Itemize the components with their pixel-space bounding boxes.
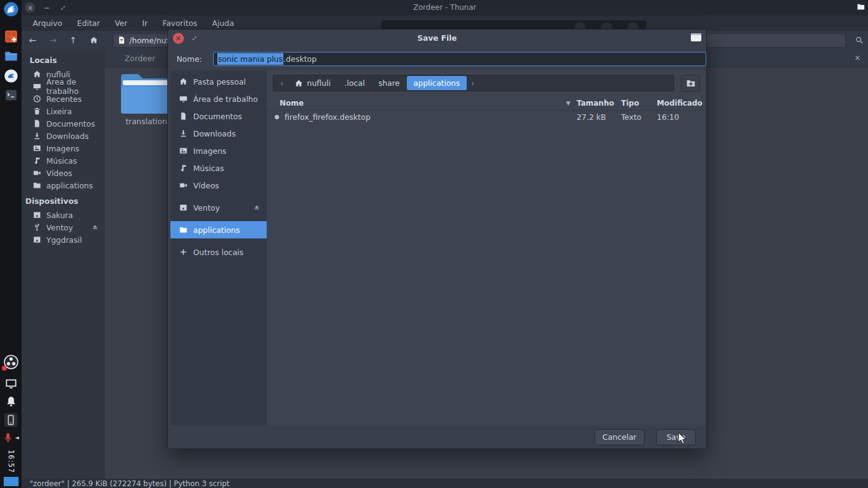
obs-icon[interactable] xyxy=(3,354,19,372)
window-title: Zordeer - Thunar xyxy=(22,3,868,12)
column-nome[interactable]: Nome xyxy=(280,99,304,107)
sidebar-item-ventoy[interactable]: Ventoy xyxy=(22,221,105,233)
home-icon xyxy=(179,77,188,86)
terminal-icon[interactable] xyxy=(4,89,18,101)
phone-icon[interactable] xyxy=(4,413,17,427)
image-icon xyxy=(33,144,41,153)
trash-icon xyxy=(33,107,41,116)
sort-descending-icon[interactable]: ▼ xyxy=(566,100,570,106)
dialog-sidebar-pasta-pessoal[interactable]: Pasta pessoal xyxy=(170,73,267,90)
game-app-icon[interactable] xyxy=(4,69,19,83)
file-row-firefox[interactable]: firefox_firefox.desktop 27.2 kB Texto 16… xyxy=(267,111,705,124)
dialog-maximize-button[interactable] xyxy=(691,33,701,41)
notes-app-icon[interactable] xyxy=(4,30,18,43)
workspace-indicator[interactable] xyxy=(4,477,19,486)
notifications-bell-icon[interactable] xyxy=(5,395,17,408)
file-name: firefox_firefox.desktop xyxy=(285,112,370,122)
sidebar-item-downloads[interactable]: Downloads xyxy=(22,130,105,142)
drive-icon xyxy=(33,235,41,244)
download-icon xyxy=(33,132,41,140)
dialog-sidebar-imagens[interactable]: Imagens xyxy=(170,142,267,159)
thunar-titlebar: Zordeer - Thunar xyxy=(22,0,868,15)
music-icon xyxy=(179,164,188,172)
folder-icon xyxy=(33,181,41,190)
home-button[interactable] xyxy=(85,33,103,48)
dialog-sidebar-area-de-trabalho[interactable]: Área de trabalho xyxy=(170,90,267,107)
up-button[interactable]: ↑ xyxy=(64,33,83,48)
dialog-sidebar-ventoy[interactable]: Ventoy xyxy=(170,199,267,216)
filename-row: Nome: sonic mania plus.desktop xyxy=(168,48,706,69)
sidebar-item-sakura[interactable]: Sakura xyxy=(22,209,105,221)
search-icon[interactable] xyxy=(851,33,868,48)
sidebar-item-yggdrasil[interactable]: Yggdrasil xyxy=(22,233,105,246)
document-icon xyxy=(179,112,188,120)
tab-zordeer[interactable]: Zordeer xyxy=(125,54,156,63)
microphone-muted-icon[interactable]: ◄ xyxy=(2,427,19,444)
video-icon xyxy=(33,169,41,177)
eject-icon[interactable] xyxy=(91,224,99,231)
file-modified: 16:10 xyxy=(657,112,705,122)
list-header: Nome ▼ Tamanho Tipo Modificado xyxy=(267,96,705,111)
folder-tray-icon[interactable] xyxy=(856,2,866,11)
breadcrumb-share[interactable]: share xyxy=(372,76,407,90)
sidebar-item-area-de-trabalho[interactable]: Área de trabalho xyxy=(22,80,105,93)
sidebar-item-musicas[interactable]: Músicas xyxy=(22,154,105,167)
dialog-sidebar-musicas[interactable]: Músicas xyxy=(170,159,267,177)
dialog-sidebar-applications[interactable]: applications xyxy=(170,221,267,238)
column-tamanho[interactable]: Tamanho xyxy=(577,99,621,107)
dialog-sidebar-videos[interactable]: Vídeos xyxy=(170,177,267,194)
tab-close-icon[interactable]: ✕ xyxy=(854,54,861,62)
places-sidebar: Locais nufluli Área de trabalho Recentes… xyxy=(22,49,105,479)
folder-icon xyxy=(179,225,188,234)
places-header: Locais xyxy=(22,53,105,68)
sidebar-item-applications[interactable]: applications xyxy=(22,179,105,191)
menu-arquivo[interactable]: Arquivo xyxy=(26,17,69,30)
filename-input[interactable]: sonic mania plus.desktop xyxy=(213,52,706,66)
menu-ir[interactable]: Ir xyxy=(135,17,154,30)
image-icon xyxy=(179,146,188,155)
sidebar-item-imagens[interactable]: Imagens xyxy=(22,142,105,154)
screen-share-icon[interactable] xyxy=(4,377,18,390)
chevron-left-icon[interactable]: ‹ xyxy=(276,78,288,88)
filename-suffix: .desktop xyxy=(283,54,317,64)
dialog-footer: Cancelar Save xyxy=(168,426,706,448)
chevron-right-icon[interactable]: › xyxy=(467,78,478,88)
home-icon xyxy=(33,70,41,78)
recording-indicator xyxy=(2,366,7,371)
column-modificado[interactable]: Modificado xyxy=(657,99,705,107)
usb-icon xyxy=(33,223,41,232)
filename-selected-text: sonic mania plus xyxy=(217,53,283,65)
translation-folder-icon xyxy=(120,73,173,114)
dialog-titlebar: Save File xyxy=(168,30,706,47)
column-tipo[interactable]: Tipo xyxy=(621,99,657,107)
files-app-icon[interactable] xyxy=(4,49,19,63)
menu-ver[interactable]: Ver xyxy=(108,17,134,30)
dialog-sidebar-outros-locais[interactable]: Outros locais xyxy=(170,243,267,261)
menu-editar[interactable]: Editar xyxy=(70,17,107,30)
bird-app-icon[interactable] xyxy=(3,1,19,17)
devices-header: Dispositivos xyxy=(22,191,105,209)
sidebar-item-videos[interactable]: Vídeos xyxy=(22,167,105,179)
cancel-button[interactable]: Cancelar xyxy=(595,429,645,445)
dialog-sidebar-documentos[interactable]: Documentos xyxy=(170,107,267,125)
menu-ajuda[interactable]: Ajuda xyxy=(206,17,241,30)
filename-label: Nome: xyxy=(177,54,205,64)
dialog-sidebar-downloads[interactable]: Downloads xyxy=(170,125,267,142)
sidebar-item-lixeira[interactable]: Lixeira xyxy=(22,105,105,117)
breadcrumb: ‹ nufluli .local share applications › xyxy=(273,75,700,91)
breadcrumb-nufluli[interactable]: nufluli xyxy=(288,76,338,90)
dialog-body: Pasta pessoal Área de trabalho Documento… xyxy=(170,70,705,426)
dock-clock: 16:57 xyxy=(7,450,15,473)
back-button[interactable]: ← xyxy=(23,33,42,48)
eject-icon[interactable] xyxy=(253,204,261,211)
dock: ◄ 16:57 xyxy=(0,0,22,488)
create-folder-button[interactable] xyxy=(681,75,700,92)
menu-favoritos[interactable]: Favoritos xyxy=(156,17,204,30)
sidebar-item-documentos[interactable]: Documentos xyxy=(22,117,105,130)
dialog-sidebar: Pasta pessoal Área de trabalho Documento… xyxy=(170,70,267,426)
breadcrumb-applications[interactable]: applications xyxy=(407,76,467,90)
forward-button[interactable]: → xyxy=(44,33,62,48)
breadcrumb-local[interactable]: .local xyxy=(338,76,372,90)
save-button[interactable]: Save xyxy=(656,429,696,445)
save-file-dialog: Save File Nome: sonic mania plus.desktop… xyxy=(167,29,707,449)
